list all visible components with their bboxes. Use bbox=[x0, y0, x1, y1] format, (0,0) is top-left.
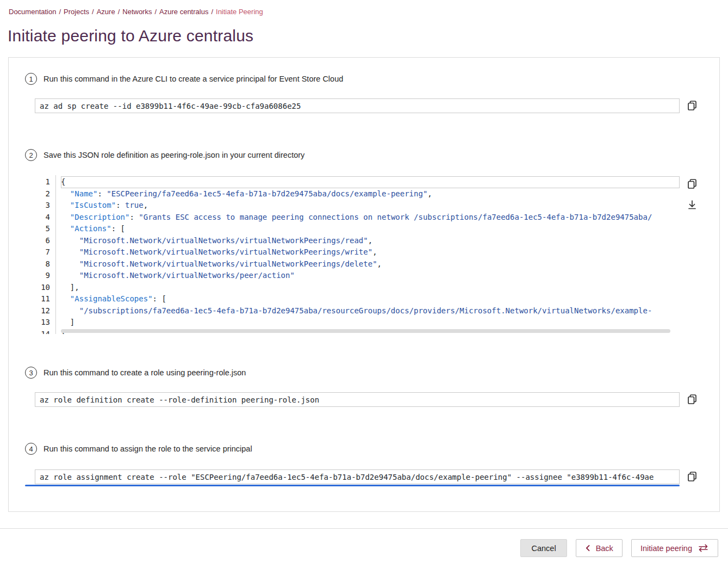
step-2-number-badge: 2 bbox=[25, 149, 37, 161]
json-code-line[interactable]: "IsCustom": true, bbox=[61, 200, 680, 212]
breadcrumb-item-azure[interactable]: Azure bbox=[97, 8, 115, 16]
step-3-copy-button[interactable] bbox=[687, 394, 698, 405]
breadcrumb-item-azure-centralus[interactable]: Azure centralus bbox=[159, 8, 208, 16]
back-button-label: Back bbox=[596, 544, 613, 553]
step-4-command-wrap bbox=[35, 469, 680, 484]
json-code-line[interactable]: "/subscriptions/fa7eed6a-1ec5-4efa-b71a-… bbox=[61, 305, 680, 317]
chevron-left-icon bbox=[585, 544, 590, 552]
json-code-line[interactable]: "Actions": [ bbox=[61, 223, 680, 235]
json-line-numbers: 1234567891011121314 bbox=[35, 175, 55, 334]
step-2-instruction: Save this JSON role definition as peerin… bbox=[43, 151, 304, 159]
step-4-header: 4 Run this command to assign the role to… bbox=[25, 443, 719, 455]
step-4-number-badge: 4 bbox=[25, 443, 37, 455]
json-code-line[interactable]: "Description": "Grants ESC access to man… bbox=[61, 212, 680, 224]
breadcrumb: Documentation/Projects/Azure/Networks/Az… bbox=[0, 0, 728, 16]
step-1-command-input[interactable] bbox=[35, 98, 680, 113]
step-4-instruction: Run this command to assign the role to t… bbox=[43, 444, 252, 453]
json-editor-actions bbox=[687, 177, 698, 210]
step-2-copy-button[interactable] bbox=[687, 178, 698, 189]
json-code-line[interactable]: ], bbox=[61, 282, 680, 294]
step-3-command-input[interactable] bbox=[35, 392, 680, 407]
copy-icon bbox=[687, 394, 698, 405]
breadcrumb-separator: / bbox=[59, 8, 61, 16]
json-code-lines[interactable]: { "Name": "ESCPeering/fa7eed6a-1ec5-4efa… bbox=[55, 175, 680, 334]
step-1-command-row bbox=[35, 98, 698, 113]
step-3-command-wrap bbox=[35, 392, 680, 407]
initiate-peering-button-label: Initiate peering bbox=[640, 544, 692, 553]
cancel-button[interactable]: Cancel bbox=[520, 539, 567, 557]
json-code-line[interactable]: "Microsoft.Network/virtualNetworks/virtu… bbox=[61, 258, 680, 270]
step-4-copy-button[interactable] bbox=[687, 471, 698, 482]
step-1-command-wrap bbox=[35, 98, 680, 113]
step-3-header: 3 Run this command to create a role usin… bbox=[25, 367, 719, 379]
step-2-header: 2 Save this JSON role definition as peer… bbox=[25, 149, 719, 161]
step-2-json-row: 1234567891011121314 { "Name": "ESCPeerin… bbox=[35, 175, 698, 334]
step-3-instruction: Run this command to create a role using … bbox=[43, 368, 246, 377]
page-title: Initiate peering to Azure centralus bbox=[8, 27, 728, 45]
breadcrumb-separator: / bbox=[211, 8, 213, 16]
initiate-peering-button[interactable]: Initiate peering bbox=[631, 539, 718, 557]
json-horizontal-scrollbar[interactable] bbox=[61, 329, 676, 333]
swap-arrows-icon bbox=[698, 544, 709, 552]
footer-actions: Cancel Back Initiate peering bbox=[0, 529, 728, 557]
breadcrumb-item-networks[interactable]: Networks bbox=[122, 8, 152, 16]
json-horizontal-scrollbar-thumb[interactable] bbox=[61, 329, 670, 333]
copy-icon bbox=[687, 100, 698, 111]
step-1-copy-button[interactable] bbox=[687, 100, 698, 111]
json-role-editor[interactable]: 1234567891011121314 { "Name": "ESCPeerin… bbox=[35, 175, 680, 334]
breadcrumb-item-documentation[interactable]: Documentation bbox=[9, 8, 56, 16]
breadcrumb-separator: / bbox=[154, 8, 157, 16]
json-code-line[interactable]: "Microsoft.Network/virtualNetworks/peer/… bbox=[61, 270, 680, 282]
copy-icon bbox=[687, 471, 698, 482]
breadcrumb-separator: / bbox=[92, 8, 94, 16]
step-3-number-badge: 3 bbox=[25, 367, 37, 379]
step-2-download-button[interactable] bbox=[687, 199, 698, 210]
json-code-line[interactable]: "AssignableScopes": [ bbox=[61, 293, 680, 305]
json-code-line[interactable]: "Microsoft.Network/virtualNetworks/virtu… bbox=[61, 235, 680, 247]
step-1-instruction: Run this command in the Azure CLI to cre… bbox=[43, 75, 343, 83]
breadcrumb-item-projects[interactable]: Projects bbox=[64, 8, 89, 16]
breadcrumb-current: Initiate Peering bbox=[216, 8, 263, 16]
json-code-line[interactable]: ] bbox=[61, 317, 680, 329]
json-code-line[interactable]: "Name": "ESCPeering/fa7eed6a-1ec5-4efa-b… bbox=[61, 188, 680, 200]
back-button[interactable]: Back bbox=[576, 539, 623, 557]
initiate-peering-wizard-card: 1 Run this command in the Azure CLI to c… bbox=[8, 57, 720, 512]
step-4-command-row bbox=[35, 469, 698, 484]
step-3-command-row bbox=[35, 392, 698, 407]
breadcrumb-separator: / bbox=[118, 8, 120, 16]
json-code-line[interactable]: "Microsoft.Network/virtualNetworks/virtu… bbox=[61, 246, 680, 258]
step-4-command-scrollbar[interactable] bbox=[25, 485, 680, 486]
json-code-line[interactable]: { bbox=[61, 176, 680, 188]
step-1-number-badge: 1 bbox=[25, 73, 37, 85]
step-1-header: 1 Run this command in the Azure CLI to c… bbox=[25, 73, 719, 85]
copy-icon bbox=[687, 178, 698, 189]
download-icon bbox=[687, 199, 698, 210]
step-4-command-input[interactable] bbox=[35, 469, 680, 484]
